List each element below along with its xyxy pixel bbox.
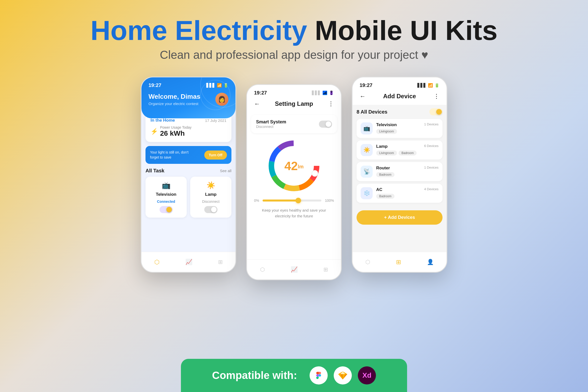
television-info: Television Livingroom — [376, 122, 421, 134]
screen-title-3: Add Device — [383, 93, 416, 100]
chart-nav-icon[interactable]: 📈 — [185, 259, 192, 265]
slider-max: 100% — [325, 199, 334, 203]
card-date: 17 July 2021 — [205, 118, 226, 123]
signal-icon-2: ▋▋▋ — [312, 90, 321, 95]
task1-name: Television — [156, 192, 176, 197]
brightness-unit: lm — [298, 164, 304, 169]
grid-nav-icon-2[interactable]: ⊞ — [323, 266, 328, 273]
signal-icon-3: ▋▋▋ — [417, 83, 426, 88]
television-icon-box: 📺 — [361, 122, 373, 134]
lamp-toggle[interactable] — [204, 206, 217, 213]
router-count: 1 Devices — [424, 166, 438, 169]
brightness-value: 42 — [284, 159, 298, 173]
see-all-link[interactable]: See all — [220, 169, 231, 173]
user-nav-icon-3[interactable]: 👤 — [427, 259, 434, 265]
task-card-television[interactable]: 📺 Television Connected — [145, 177, 187, 218]
power-value: 26 kWh — [160, 129, 191, 137]
all-task-title: All Task — [145, 168, 164, 174]
deco-circle-2 — [200, 80, 230, 110]
home-nav-icon[interactable]: ⬡ — [154, 259, 160, 266]
figma-logo — [310, 366, 328, 384]
home-nav-icon-2[interactable]: ⬡ — [260, 266, 265, 273]
television-count: 1 Devices — [424, 122, 438, 126]
back-button-2[interactable]: ← — [254, 100, 260, 107]
television-icon: 📺 — [162, 181, 171, 189]
device-item-television[interactable]: 📺 Television Livingroom 1 Devices — [357, 119, 443, 138]
power-info: Power Usage Today 26 kWh — [160, 125, 191, 137]
lamp-tag-2: Badroom — [399, 151, 417, 156]
devices-title: 8 All Devices — [357, 109, 387, 115]
time-2: 19:27 — [254, 90, 267, 96]
color-wheel-wrapper: 42lm — [266, 138, 322, 193]
card-tab[interactable]: In the Home — [151, 118, 175, 123]
smart-system-status: Disconnect — [256, 125, 286, 129]
grid-nav-icon[interactable]: ⊞ — [218, 259, 223, 265]
phone1: 19:27 ▋▋▋ 📶 🔋 Welcome, Dimas Organize yo… — [141, 77, 236, 273]
chart-nav-icon-2[interactable]: 📈 — [291, 266, 298, 273]
figma-icon — [314, 371, 323, 380]
lamp-count: 6 Devices — [424, 144, 438, 148]
bottom-nav-3: ⬡ ⊞ 👤 — [353, 252, 447, 272]
slider-track[interactable] — [263, 200, 321, 202]
home-nav-icon-3[interactable]: ⬡ — [365, 259, 370, 265]
warning-text: Your light is still on, don't forget to … — [150, 150, 190, 160]
smart-system-row: Smart System Disconnect — [251, 115, 337, 133]
ac-count: 4 Devices — [424, 187, 438, 191]
bolt-icon: ⚡ — [151, 128, 158, 135]
task1-status: Connected — [157, 200, 175, 204]
status-icons-3: ▋▋▋ 📶 🔋 — [417, 83, 439, 88]
status-icons-2: ▋▋▋ 📶 🔋 — [312, 90, 334, 95]
wifi-icon-3: 📶 — [428, 83, 433, 88]
router-info: Router Badroom — [376, 166, 421, 177]
phone3-wrapper: 19:27 ▋▋▋ 📶 🔋 ← Add Device ⋮ 8 All Devic… — [352, 77, 447, 273]
welcome-name: Welcome, Dimas — [149, 93, 200, 101]
grid-nav-icon-3[interactable]: ⊞ — [396, 259, 401, 266]
task-cards: 📺 Television Connected ☀️ Lamp Disconnec… — [141, 177, 235, 218]
xd-text: Xd — [362, 371, 371, 379]
device-item-lamp[interactable]: ☀️ Lamp Livingroom Badroom 6 Devices — [357, 140, 443, 160]
phone2-wrapper: 19:27 ▋▋▋ 📶 🔋 ← Setting Lamp ⋮ Smart Sys… — [246, 77, 342, 280]
sketch-icon — [338, 371, 348, 380]
xd-logo: Xd — [358, 366, 376, 384]
task2-status: Disconnect — [202, 200, 219, 204]
phone1-wrapper: 19:27 ▋▋▋ 📶 🔋 Welcome, Dimas Organize yo… — [141, 77, 236, 273]
add-devices-button[interactable]: + Add Devices — [357, 210, 443, 225]
tv-toggle[interactable] — [160, 206, 173, 213]
turn-off-button[interactable]: Turn Off — [204, 151, 227, 160]
wifi-icon-2: 📶 — [322, 90, 327, 95]
subtitle: Clean and professional app design for yo… — [0, 48, 588, 62]
back-button-3[interactable]: ← — [360, 93, 366, 100]
slider-thumb[interactable] — [296, 198, 301, 203]
ac-icon-box: ❄️ — [361, 187, 373, 199]
smart-system-label: Smart System — [256, 119, 286, 125]
ac-name: AC — [376, 187, 421, 192]
slider-fill — [263, 200, 297, 202]
router-tags: Badroom — [376, 172, 421, 177]
more-button-3[interactable]: ⋮ — [433, 93, 439, 100]
smart-system-toggle[interactable] — [319, 121, 332, 128]
power-label: Power Usage Today — [160, 125, 191, 129]
ac-tag-1: Badroom — [376, 194, 395, 199]
welcome-subtitle: Organize your electric contest — [149, 102, 200, 106]
device-item-router[interactable]: 📡 Router Badroom 1 Devices — [357, 162, 443, 181]
router-icon-box: 📡 — [361, 166, 373, 178]
device-item-ac[interactable]: ❄️ AC Badroom 4 Devices — [357, 184, 443, 203]
task-card-lamp[interactable]: ☀️ Lamp Disconnect — [190, 177, 231, 218]
phone2: 19:27 ▋▋▋ 📶 🔋 ← Setting Lamp ⋮ Smart Sys… — [246, 84, 342, 280]
lamp-tags: Livingroom Badroom — [376, 151, 421, 156]
color-wheel-container: 42lm — [247, 138, 341, 193]
nav-row-3: ← Add Device ⋮ — [360, 93, 439, 100]
devices-section: 8 All Devices 📺 Television Livingroom 1 … — [353, 105, 447, 209]
phone1-header: 19:27 ▋▋▋ 📶 🔋 Welcome, Dimas Organize yo… — [141, 77, 235, 118]
screen-title-2: Setting Lamp — [275, 100, 313, 107]
slider-row: 0% 100% — [254, 199, 334, 203]
more-button-2[interactable]: ⋮ — [328, 100, 334, 107]
time-3: 19:27 — [360, 82, 372, 88]
main-title: Home Electricity Mobile UI Kits — [0, 15, 588, 45]
page-header: Home Electricity Mobile UI Kits Clean an… — [0, 0, 588, 72]
bottom-nav-1: ⬡ 📈 ⊞ — [141, 252, 235, 272]
title-black: Mobile UI Kits — [315, 15, 498, 46]
power-section: ⚡ Power Usage Today 26 kWh — [151, 125, 226, 137]
task2-name: Lamp — [205, 192, 216, 197]
all-devices-toggle[interactable] — [429, 108, 443, 115]
